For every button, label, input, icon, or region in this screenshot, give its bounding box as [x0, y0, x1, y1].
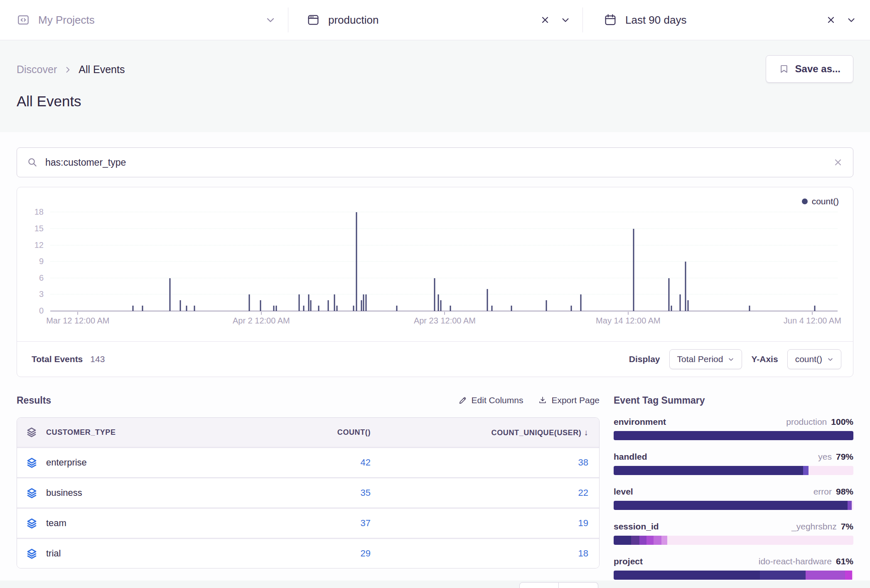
- clear-environment-icon[interactable]: [540, 15, 550, 25]
- edit-columns-button[interactable]: Edit Columns: [458, 395, 523, 405]
- tag-percent: 7%: [841, 522, 853, 532]
- customer-type-cell: trial: [46, 548, 251, 559]
- search-bar: [17, 147, 853, 177]
- tag-distribution-bar[interactable]: [614, 431, 853, 440]
- chart-bar: [814, 306, 816, 311]
- count-unique-user-link[interactable]: 19: [376, 518, 599, 529]
- tag-bar-segment[interactable]: [614, 501, 848, 510]
- count-unique-user-link[interactable]: 38: [376, 457, 599, 468]
- column-count-unique-user[interactable]: COUNT_UNIQUE(USER)↓: [376, 428, 599, 437]
- tag-bar-segment[interactable]: [614, 536, 631, 545]
- total-events-value: 143: [90, 354, 105, 364]
- project-filter[interactable]: My Projects: [0, 0, 288, 40]
- chart-bar: [356, 212, 357, 311]
- count-link[interactable]: 35: [251, 488, 376, 498]
- chart-bar: [275, 306, 277, 311]
- tag-bar-segment[interactable]: [654, 536, 661, 545]
- chart-bar: [249, 294, 250, 311]
- x-tick-mark: [77, 312, 78, 315]
- tag-bar-segment[interactable]: [646, 536, 654, 545]
- display-dropdown-value: Total Period: [677, 354, 723, 364]
- chart-bar: [365, 294, 366, 311]
- window-icon: [307, 13, 320, 27]
- tag-bar-segment[interactable]: [639, 536, 646, 545]
- projects-icon: [17, 13, 30, 27]
- clear-date-icon[interactable]: [826, 15, 836, 25]
- chart-bar: [492, 306, 493, 311]
- tag-name: environment: [614, 417, 666, 427]
- count-unique-user-link[interactable]: 22: [376, 488, 599, 498]
- results-heading: Results: [17, 395, 51, 406]
- tag-bar-segment[interactable]: [760, 571, 806, 580]
- next-page-button[interactable]: [559, 582, 598, 588]
- tag-row: handled yes 79%: [614, 452, 853, 475]
- tag-distribution-bar[interactable]: [614, 466, 853, 475]
- x-tick-label: Mar 12 12:00 AM: [46, 316, 109, 326]
- tag-bar-segment[interactable]: [661, 536, 667, 545]
- chart-bar: [396, 306, 397, 311]
- tag-row: session_id _yeghrsbnz 7%: [614, 522, 853, 545]
- column-customer-type[interactable]: CUSTOMER_TYPE: [46, 428, 251, 437]
- chart-bar: [438, 294, 439, 311]
- chart-plot: [50, 201, 838, 311]
- y-axis-label: Y-Axis: [751, 354, 778, 364]
- chevron-down-icon[interactable]: [561, 15, 570, 24]
- tag-distribution-bar[interactable]: [614, 571, 853, 580]
- customer-type-cell: enterprise: [46, 457, 251, 468]
- chart-bar: [303, 306, 305, 311]
- display-label: Display: [629, 354, 660, 364]
- chart-bar: [179, 300, 181, 311]
- results-table: CUSTOMER_TYPE COUNT() COUNT_UNIQUE(USER)…: [17, 417, 600, 568]
- tag-top-value: _yeghrsbnz: [791, 522, 837, 532]
- breadcrumb-discover[interactable]: Discover: [17, 64, 57, 76]
- tag-name: level: [614, 487, 633, 497]
- tag-row: environment production 100%: [614, 417, 853, 440]
- tag-bar-segment[interactable]: [845, 571, 852, 580]
- y-tick-label: 0: [17, 306, 44, 316]
- tag-bar-segment[interactable]: [614, 571, 760, 580]
- count-link[interactable]: 37: [251, 518, 376, 529]
- environment-filter[interactable]: production: [288, 0, 582, 40]
- chevron-down-icon[interactable]: [847, 15, 856, 24]
- tag-distribution-bar[interactable]: [614, 501, 853, 510]
- display-dropdown[interactable]: Total Period: [669, 349, 742, 369]
- y-axis-dropdown[interactable]: count(): [787, 349, 841, 369]
- save-as-button[interactable]: Save as...: [766, 55, 853, 83]
- chart-bar: [633, 229, 634, 311]
- stack-icon: [17, 427, 46, 438]
- tag-bar-segment[interactable]: [614, 431, 853, 440]
- tag-bar-segment[interactable]: [614, 466, 803, 475]
- breadcrumb-all-events: All Events: [79, 64, 125, 76]
- pagination: [17, 582, 600, 588]
- chart-bar: [450, 306, 451, 311]
- x-tick-mark: [628, 312, 629, 315]
- tag-bar-segment[interactable]: [631, 536, 639, 545]
- chevron-down-icon[interactable]: [265, 15, 275, 25]
- count-unique-user-link[interactable]: 18: [376, 548, 599, 559]
- x-tick-mark: [261, 312, 262, 315]
- chart-bar: [273, 306, 275, 311]
- x-tick-mark: [444, 312, 445, 315]
- tag-distribution-bar[interactable]: [614, 536, 853, 545]
- tag-bar-segment[interactable]: [806, 571, 845, 580]
- chart-bar: [132, 306, 133, 311]
- chevron-down-icon: [827, 356, 833, 363]
- tag-bar-segment[interactable]: [803, 466, 809, 475]
- date-range-filter[interactable]: Last 90 days: [583, 0, 870, 40]
- search-input[interactable]: [45, 157, 833, 168]
- tag-percent: 79%: [836, 452, 853, 462]
- total-events-label: Total Events: [32, 354, 83, 364]
- chart-gridline: [50, 294, 838, 294]
- tag-bar-segment[interactable]: [848, 501, 852, 510]
- calendar-icon: [604, 13, 617, 27]
- table-row: team 37 19: [17, 507, 599, 538]
- count-link[interactable]: 29: [251, 548, 376, 559]
- column-count[interactable]: COUNT(): [251, 428, 376, 437]
- previous-page-button[interactable]: [519, 582, 559, 588]
- save-as-label: Save as...: [795, 63, 841, 75]
- chart-bar: [260, 300, 261, 311]
- export-page-button[interactable]: Export Page: [538, 395, 600, 405]
- count-link[interactable]: 42: [251, 457, 376, 468]
- clear-search-icon[interactable]: [833, 157, 843, 167]
- table-row: business 35 22: [17, 477, 599, 507]
